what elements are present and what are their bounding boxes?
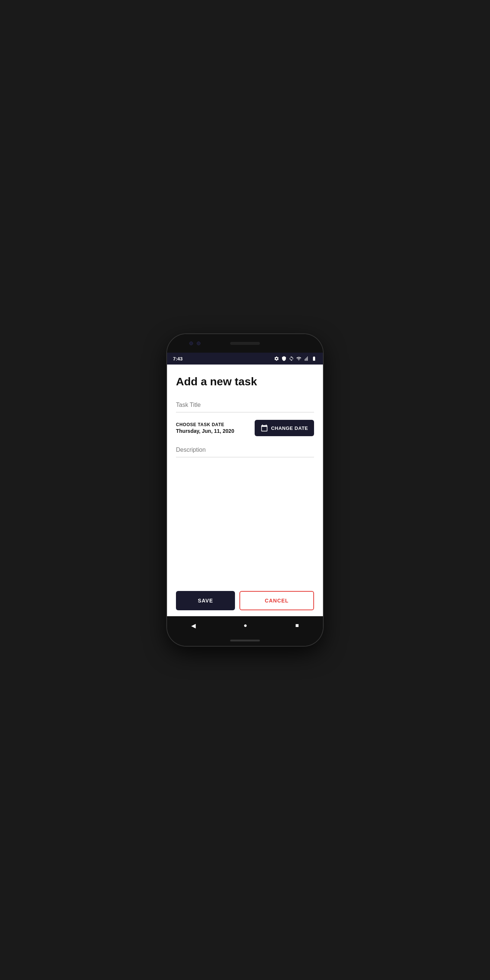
change-date-button[interactable]: CHANGE DATE xyxy=(255,420,314,436)
content-spacer xyxy=(176,457,314,585)
phone-inner: 7:43 xyxy=(167,334,323,646)
back-nav-button[interactable]: ◀ xyxy=(191,622,196,629)
battery-icon xyxy=(311,356,317,361)
shield-icon xyxy=(282,356,286,361)
status-time: 7:43 xyxy=(173,356,183,361)
page-title: Add a new task xyxy=(176,375,314,388)
speaker-grille xyxy=(230,342,260,345)
phone-frame: 7:43 xyxy=(167,334,323,646)
recent-nav-button[interactable]: ■ xyxy=(296,622,299,629)
phone-top xyxy=(167,334,323,353)
date-value: Thursday, Jun, 11, 2020 xyxy=(176,428,234,434)
settings-icon xyxy=(274,356,279,361)
camera-area xyxy=(189,342,200,345)
sync-icon xyxy=(289,356,294,361)
signal-icon xyxy=(304,356,309,361)
date-section: CHOOSE TASK DATE Thursday, Jun, 11, 2020… xyxy=(176,420,314,436)
description-input[interactable] xyxy=(176,444,314,457)
camera-dot-2 xyxy=(197,342,200,345)
home-indicator xyxy=(230,640,260,641)
screen-content: Add a new task CHOOSE TASK DATE Thursday… xyxy=(167,364,323,616)
wifi-icon xyxy=(296,356,301,361)
app-content: Add a new task CHOOSE TASK DATE Thursday… xyxy=(167,364,323,585)
save-button[interactable]: SAVE xyxy=(176,591,235,610)
status-bar: 7:43 xyxy=(167,353,323,364)
phone-bottom xyxy=(167,635,323,646)
bottom-nav: ◀ ● ■ xyxy=(167,616,323,635)
action-buttons: SAVE CANCEL xyxy=(167,585,323,616)
home-nav-button[interactable]: ● xyxy=(243,622,247,629)
date-label: CHOOSE TASK DATE xyxy=(176,422,234,427)
task-title-input[interactable] xyxy=(176,399,314,412)
date-info: CHOOSE TASK DATE Thursday, Jun, 11, 2020 xyxy=(176,422,234,434)
status-icons xyxy=(274,356,317,361)
camera-dot-1 xyxy=(189,342,193,345)
cancel-button[interactable]: CANCEL xyxy=(239,591,314,610)
calendar-icon xyxy=(261,424,268,432)
change-date-label: CHANGE DATE xyxy=(271,425,308,431)
